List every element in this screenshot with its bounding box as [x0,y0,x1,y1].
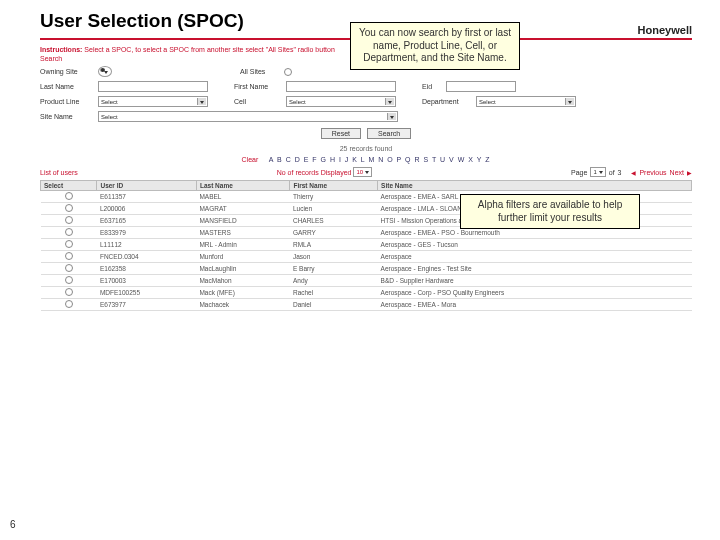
col-lastname: Last Name [196,181,290,191]
table-row: FNCED.0304MunfordJasonAerospace [41,251,692,263]
search-button[interactable]: Search [367,128,411,139]
cell-userid: MDFE100255 [97,287,197,299]
records-displayed-select[interactable]: 10 [353,167,372,177]
row-select-radio[interactable] [65,264,73,272]
page-number: 6 [10,519,16,530]
cell-firstname: Lucien [290,203,378,215]
first-name-input[interactable] [286,81,396,92]
cell-sitename: Aerospace [378,251,692,263]
col-sitename: Site Name [378,181,692,191]
row-select-radio[interactable] [65,216,73,224]
reset-button[interactable]: Reset [321,128,361,139]
cell-sitename: Aerospace - GES - Tucson [378,239,692,251]
cell-lastname: Machacek [196,299,290,311]
cell-firstname: Rachel [290,287,378,299]
all-sites-label: All Sites [240,68,280,75]
next-link[interactable]: Next [670,169,684,176]
cell-lastname: MRL - Admin [196,239,290,251]
row-select-radio[interactable] [65,276,73,284]
col-select: Select [41,181,97,191]
owning-site-radio[interactable] [98,66,112,77]
cell-userid: E162358 [97,263,197,275]
cell-userid: FNCED.0304 [97,251,197,263]
button-row: Reset Search [40,128,692,139]
site-name-label: Site Name [40,113,94,120]
cell-lastname: MASTERS [196,227,290,239]
cell-sitename: B&D - Supplier Hardware [378,275,692,287]
cell-firstname: E Barry [290,263,378,275]
cell-lastname: MAGRAT [196,203,290,215]
eid-input[interactable] [446,81,516,92]
table-row: E162358MacLaughlinE BarryAerospace - Eng… [41,263,692,275]
cell-userid: E833979 [97,227,197,239]
cell-sitename: Aerospace - Engines - Test Site [378,263,692,275]
cell-lastname: MacMahon [196,275,290,287]
cell-lastname: MacLaughlin [196,263,290,275]
callout-alpha: Alpha filters are available to help furt… [460,194,640,229]
page-label: Page [571,169,587,176]
table-row: L11112MRL - AdminRMLAAerospace - GES - T… [41,239,692,251]
cell-lastname: MABEL [196,191,290,203]
cell-firstname: Jason [290,251,378,263]
eid-label: Eid [422,83,442,90]
row-select-radio[interactable] [65,288,73,296]
first-name-label: First Name [234,83,282,90]
list-title: List of users [40,169,78,176]
table-row: MDFE100255Mack (MFE)RachelAerospace - Co… [41,287,692,299]
cell-userid: L11112 [97,239,197,251]
cell-sitename: Aerospace - EMEA - Mora [378,299,692,311]
cell-firstname: Andy [290,275,378,287]
cell-userid: E170003 [97,275,197,287]
site-name-select[interactable]: Select [98,111,398,122]
cell-lastname: Munford [196,251,290,263]
row-select-radio[interactable] [65,228,73,236]
cell-label: Cell [234,98,282,105]
cell-lastname: MANSFIELD [196,215,290,227]
cell-userid: E611357 [97,191,197,203]
row-select-radio[interactable] [65,300,73,308]
callout-search: You can now search by first or last name… [350,22,520,70]
prev-icon[interactable]: ◀ [631,169,636,176]
owning-site-label: Owning Site [40,68,94,75]
records-displayed-label: No of records Displayed [277,169,352,176]
col-userid: User ID [97,181,197,191]
row-select-radio[interactable] [65,240,73,248]
previous-link[interactable]: Previous [639,169,666,176]
cell-userid: E673977 [97,299,197,311]
row-select-radio[interactable] [65,204,73,212]
all-sites-radio[interactable] [284,68,292,76]
row-select-radio[interactable] [65,252,73,260]
alpha-filter[interactable]: Clear A B C D E F G H I J K L M N O P Q … [40,156,692,163]
page-select[interactable]: 1 [590,167,605,177]
department-label: Department [422,98,472,105]
col-firstname: First Name [290,181,378,191]
cell-select[interactable]: Select [286,96,396,107]
last-name-input[interactable] [98,81,208,92]
table-row: E170003MacMahonAndyB&D - Supplier Hardwa… [41,275,692,287]
product-line-select[interactable]: Select [98,96,208,107]
cell-firstname: Thierry [290,191,378,203]
cell-firstname: GARRY [290,227,378,239]
cell-lastname: Mack (MFE) [196,287,290,299]
next-icon[interactable]: ▶ [687,169,692,176]
cell-sitename: Aerospace - Corp - PSO Quality Engineers [378,287,692,299]
records-found: 25 records found [40,145,692,152]
table-row: E673977MachacekDanielAerospace - EMEA - … [41,299,692,311]
cell-firstname: RMLA [290,239,378,251]
cell-firstname: CHARLES [290,215,378,227]
product-line-label: Product Line [40,98,94,105]
cell-firstname: Daniel [290,299,378,311]
clear-link[interactable]: Clear [242,156,259,163]
last-name-label: Last Name [40,83,94,90]
brand-logo: Honeywell [638,24,692,36]
alpha-letters[interactable]: A B C D E F G H I J K L M N O P Q R S T … [269,156,491,163]
department-select[interactable]: Select [476,96,576,107]
cell-userid: E637165 [97,215,197,227]
cell-userid: L200006 [97,203,197,215]
row-select-radio[interactable] [65,192,73,200]
